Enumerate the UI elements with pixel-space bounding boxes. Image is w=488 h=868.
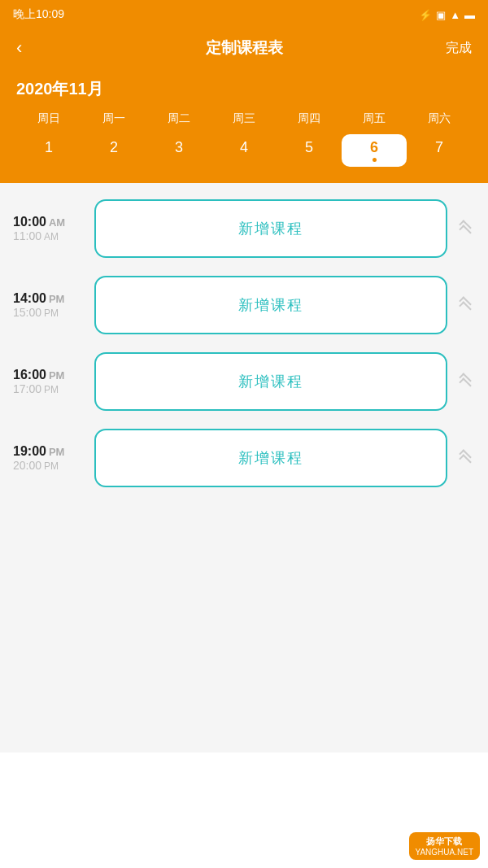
time-slot: 10:00AM 11:00AM 新增课程 <box>13 199 475 258</box>
add-course-button[interactable]: 新增课程 <box>94 276 447 334</box>
done-button[interactable]: 完成 <box>439 40 472 57</box>
weekday-label: 周四 <box>277 111 342 126</box>
back-button[interactable]: ‹ <box>16 37 49 59</box>
time-unit-end: PM <box>44 460 59 472</box>
add-course-button[interactable]: 新增课程 <box>94 352 447 411</box>
add-course-button[interactable]: 新增课程 <box>94 199 447 258</box>
time-slot: 16:00PM 17:00PM 新增课程 <box>13 352 475 411</box>
calendar-day[interactable]: 6 <box>342 134 407 167</box>
status-icons: ⚡ ▣ ▲ ▬ <box>419 9 475 21</box>
watermark-line1: 扬华下载 <box>426 835 462 848</box>
status-time: 晚上10:09 <box>13 7 64 22</box>
course-btn-wrapper: 新增课程 <box>94 429 447 487</box>
watermark: 扬华下载 YANGHUA.NET <box>409 832 481 860</box>
status-bar: 晚上10:09 ⚡ ▣ ▲ ▬ <box>0 0 488 29</box>
course-btn-wrapper: 新增课程 <box>94 276 447 334</box>
time-unit-start: PM <box>49 369 65 382</box>
calendar-weekdays: 周日周一周二周三周四周五周六 <box>16 111 472 126</box>
time-unit-end: AM <box>44 231 59 242</box>
calendar-day[interactable]: 1 <box>16 134 81 167</box>
time-label: 16:00PM 17:00PM <box>13 368 86 395</box>
calendar-month: 2020年11月 <box>16 78 472 100</box>
page-title: 定制课程表 <box>206 37 283 59</box>
add-course-button[interactable]: 新增课程 <box>94 429 447 487</box>
calendar-day[interactable]: 4 <box>211 134 277 167</box>
time-unit-start: AM <box>49 216 65 229</box>
sim-icon: ▣ <box>436 9 446 21</box>
time-label: 14:00PM 15:00PM <box>13 291 86 319</box>
weekday-label: 周六 <box>407 111 472 126</box>
time-end: 17:00PM <box>13 382 86 395</box>
weekday-label: 周一 <box>81 111 146 126</box>
time-label: 10:00AM 11:00AM <box>13 215 86 242</box>
signal-icon: ⚡ <box>419 9 432 21</box>
battery-icon: ▬ <box>464 9 475 21</box>
time-start: 14:00PM <box>13 291 86 306</box>
expand-icon[interactable] <box>455 223 475 234</box>
expand-icon[interactable] <box>455 376 475 387</box>
time-slot: 14:00PM 15:00PM 新增课程 <box>13 276 475 334</box>
calendar-days: 1234567 <box>16 134 472 167</box>
time-slot: 19:00PM 20:00PM 新增课程 <box>13 429 475 487</box>
time-start: 10:00AM <box>13 215 86 229</box>
wifi-icon: ▲ <box>450 9 460 21</box>
header: ‹ 定制课程表 完成 <box>0 29 488 70</box>
time-label: 19:00PM 20:00PM <box>13 444 86 472</box>
weekday-label: 周二 <box>146 111 211 126</box>
time-unit-start: PM <box>49 446 65 458</box>
course-btn-wrapper: 新增课程 <box>94 352 447 411</box>
time-unit-start: PM <box>49 293 65 305</box>
calendar-day[interactable]: 2 <box>81 134 146 167</box>
calendar-section: 2020年11月 周日周一周二周三周四周五周六 1234567 <box>0 70 488 183</box>
weekday-label: 周日 <box>16 111 81 126</box>
time-end: 15:00PM <box>13 306 86 319</box>
watermark-line2: YANGHUA.NET <box>416 848 474 857</box>
course-btn-wrapper: 新增课程 <box>94 199 447 258</box>
calendar-day[interactable]: 7 <box>407 134 472 167</box>
calendar-day[interactable]: 5 <box>277 134 342 167</box>
weekday-label: 周五 <box>342 111 407 126</box>
time-end: 20:00PM <box>13 459 86 472</box>
expand-icon[interactable] <box>455 299 475 311</box>
time-start: 19:00PM <box>13 444 86 459</box>
time-start: 16:00PM <box>13 368 86 382</box>
content-area: 10:00AM 11:00AM 新增课程 14:00PM 15:00PM <box>0 183 488 752</box>
calendar-day[interactable]: 3 <box>146 134 211 167</box>
time-unit-end: PM <box>44 308 59 319</box>
weekday-label: 周三 <box>211 111 277 126</box>
time-unit-end: PM <box>44 384 59 395</box>
time-end: 11:00AM <box>13 229 86 242</box>
expand-icon[interactable] <box>455 452 475 464</box>
